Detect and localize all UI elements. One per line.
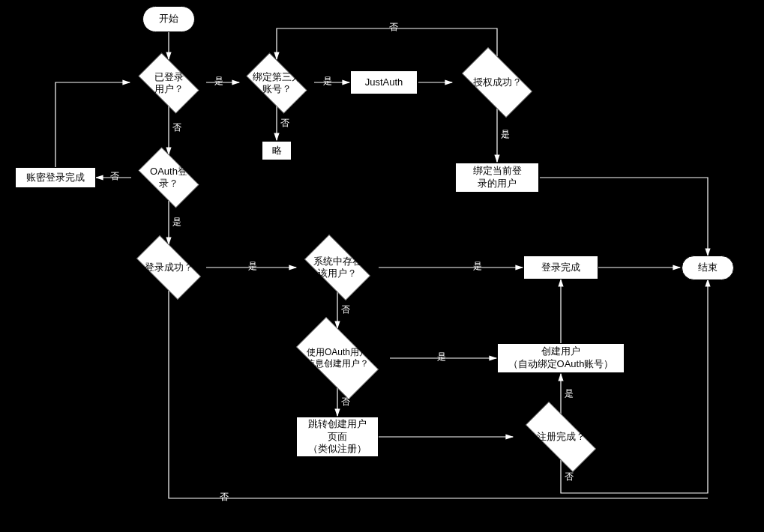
node-oauth-login-label: OAuth登 录？ [150, 166, 187, 190]
edge-loginok-no: 否 [220, 491, 229, 504]
edge-loggedin-yes: 是 [214, 75, 223, 88]
node-user-in-system: 系统中存在 该用户？ [296, 243, 379, 292]
edge-authok-yes: 是 [501, 128, 510, 141]
node-auth-ok-label: 授权成功？ [473, 76, 522, 88]
node-bind-current-user-label: 绑定当前登 录的用户 [473, 165, 522, 190]
node-register-done: 注册完成？ [514, 414, 608, 460]
node-register-done-label: 注册完成？ [537, 431, 586, 443]
node-create-user: 创建用户 （自动绑定OAuth账号） [497, 343, 625, 373]
node-end: 结束 [682, 256, 734, 280]
node-login-done-label: 登录完成 [541, 262, 580, 274]
node-use-oauth-create-label: 使用OAuth用户 信息创建用户？ [306, 347, 369, 369]
edge-loggedin-no: 否 [172, 121, 181, 134]
node-goto-create-page-label: 跳转创建用户 页面 （类似注册） [308, 418, 367, 456]
node-pwd-login-done: 账密登录完成 [15, 167, 96, 188]
edge-register-no: 否 [565, 471, 574, 483]
node-use-oauth-create: 使用OAuth用户 信息创建用户？ [285, 328, 390, 388]
node-end-label: 结束 [698, 262, 718, 274]
node-skip: 略 [262, 141, 292, 160]
node-justauth-label: JustAuth [365, 76, 403, 89]
node-start-label: 开始 [159, 13, 178, 25]
node-goto-create-page: 跳转创建用户 页面 （类似注册） [296, 417, 379, 457]
edge-useoauth-no: 否 [341, 396, 350, 408]
node-logged-in-label: 已登录 用户？ [154, 71, 184, 96]
node-bind-current-user: 绑定当前登 录的用户 [455, 163, 539, 193]
edge-userinsys-no: 否 [341, 303, 350, 316]
node-user-in-system-label: 系统中存在 该用户？ [313, 256, 362, 280]
edge-userinsys-yes: 是 [473, 260, 482, 273]
node-justauth: JustAuth [350, 70, 418, 94]
edge-bindthird-yes: 是 [323, 75, 332, 88]
edge-register-yes: 是 [565, 387, 574, 400]
edge-bindthird-no: 否 [280, 117, 289, 130]
edge-oauth-no: 否 [110, 170, 119, 183]
node-auth-ok: 授权成功？ [453, 56, 541, 109]
node-pwd-login-done-label: 账密登录完成 [26, 172, 85, 184]
flowchart-canvas: { "nodes": { "start": "开始", "loggedIn": … [0, 0, 764, 532]
node-login-ok-label: 登录成功？ [145, 262, 193, 273]
node-bind-third: 绑定第三方 账号？ [239, 60, 314, 106]
node-logged-in: 已登录 用户？ [131, 60, 206, 106]
edge-authok-no: 否 [389, 21, 398, 34]
edge-oauth-yes: 是 [172, 216, 181, 229]
node-start: 开始 [142, 6, 195, 32]
edge-useoauth-yes: 是 [437, 351, 446, 363]
node-bind-third-label: 绑定第三方 账号？ [253, 71, 301, 96]
node-login-done: 登录完成 [523, 256, 598, 279]
node-create-user-label: 创建用户 （自动绑定OAuth账号） [508, 345, 614, 371]
node-skip-label: 略 [272, 145, 282, 157]
node-oauth-login: OAuth登 录？ [131, 154, 206, 201]
edge-loginok-yes: 是 [248, 260, 257, 273]
node-login-ok: 登录成功？ [127, 244, 210, 291]
